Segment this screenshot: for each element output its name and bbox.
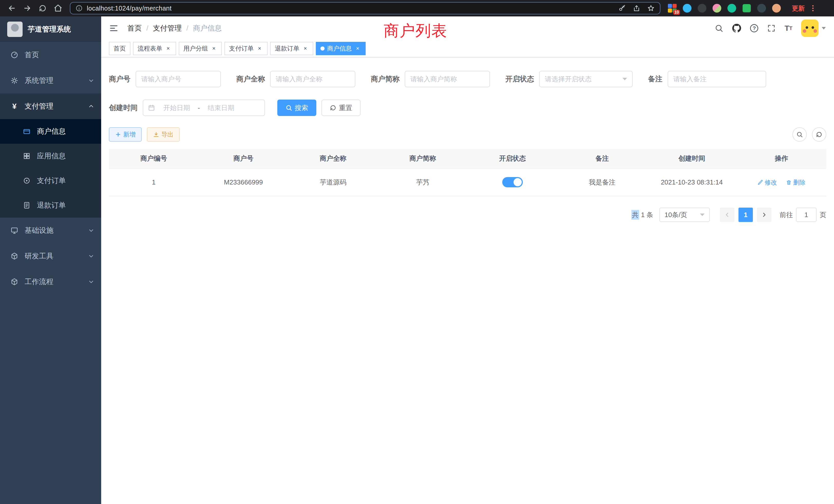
tab-home[interactable]: 首页 — [109, 42, 130, 55]
extension-grid-icon[interactable]: 10 — [667, 4, 677, 13]
merchant-name-input[interactable] — [270, 71, 355, 87]
tab-close-icon[interactable]: × — [256, 45, 263, 52]
column-header-merchant-no: 商户号 — [198, 149, 288, 168]
filter-create-time: 创建时间 - — [109, 99, 265, 116]
status-select[interactable]: 请选择开启状态 — [539, 71, 633, 87]
url-text: localhost:1024/pay/merchant — [87, 5, 172, 12]
merchant-no-input[interactable] — [136, 71, 221, 87]
sidebar-item-workflow[interactable]: 工作流程 — [0, 269, 101, 295]
tab-close-icon[interactable]: × — [354, 45, 361, 52]
sidebar-item-merchant-info[interactable]: 商户信息 — [0, 119, 101, 144]
tab-merchant-info[interactable]: 商户信息× — [316, 42, 366, 55]
sidebar-menu: 首页 系统管理 ¥ 支付管理 商户信息 应用信息 — [0, 42, 101, 504]
browser-chrome: localhost:1024/pay/merchant 10 更新 — [0, 0, 834, 17]
share-icon[interactable] — [633, 4, 640, 12]
sidebar-item-pay-order[interactable]: 支付订单 — [0, 168, 101, 193]
filter-merchant-no: 商户号 — [109, 71, 221, 87]
filter-remark: 备注 — [648, 71, 766, 87]
merchant-short-name-input[interactable] — [405, 71, 490, 87]
tab-refund-order[interactable]: 退款订单× — [270, 42, 313, 55]
remark-input[interactable] — [667, 71, 766, 87]
sidebar-item-payment[interactable]: ¥ 支付管理 — [0, 93, 101, 119]
tab-close-icon[interactable]: × — [211, 45, 217, 52]
box-icon — [10, 252, 19, 260]
delete-link[interactable]: 删除 — [786, 178, 806, 187]
help-icon[interactable]: ? — [750, 24, 758, 32]
header-tools: ? TT — [706, 20, 826, 37]
select-caret-icon — [700, 213, 705, 216]
reset-button[interactable]: 重置 — [322, 99, 360, 116]
breadcrumb-payment[interactable]: 支付管理 — [153, 23, 182, 33]
edit-link[interactable]: 修改 — [758, 178, 777, 187]
breadcrumb-separator: / — [186, 24, 189, 32]
extension-avatar-icon[interactable] — [712, 4, 722, 13]
sidebar-item-home[interactable]: 首页 — [0, 42, 101, 68]
prev-page-button[interactable] — [720, 208, 734, 222]
status-toggle[interactable] — [502, 177, 523, 187]
start-date-input[interactable] — [158, 104, 196, 112]
export-button[interactable]: 导出 — [147, 127, 180, 142]
chevron-down-icon — [88, 279, 94, 284]
page-content: 商户号 商户全称 商户简称 开启状态 请选择开启状态 备注 — [101, 58, 834, 222]
filter-merchant-short-name: 商户简称 — [371, 71, 490, 87]
date-range-picker[interactable]: - — [143, 99, 265, 116]
tab-user-group[interactable]: 用户分组× — [179, 42, 222, 55]
next-page-button[interactable] — [757, 208, 771, 222]
goto-page-input[interactable] — [796, 208, 816, 222]
sidebar-item-infrastructure[interactable]: 基础设施 — [0, 217, 101, 243]
chevron-down-icon — [88, 228, 94, 233]
extension-orange-icon[interactable] — [772, 4, 781, 13]
breadcrumb-separator: / — [146, 24, 148, 32]
address-bar[interactable]: localhost:1024/pay/merchant — [70, 2, 660, 14]
hamburger-icon[interactable] — [109, 23, 118, 33]
add-button[interactable]: 新增 — [109, 127, 142, 142]
refresh-table-icon[interactable] — [812, 127, 826, 142]
browser-menu-icon[interactable] — [809, 4, 817, 12]
sidebar-item-dev-tools[interactable]: 研发工具 — [0, 243, 101, 269]
browser-home-icon[interactable] — [51, 2, 65, 15]
browser-refresh-icon[interactable] — [36, 2, 49, 15]
browser-update-button[interactable]: 更新 — [789, 3, 808, 14]
cell-remark: 我是备注 — [557, 168, 647, 196]
tab-close-icon[interactable]: × — [302, 45, 309, 52]
app-frame: 芋道管理系统 首页 系统管理 ¥ 支付管理 商户信息 — [0, 17, 834, 504]
toggle-search-icon[interactable] — [792, 127, 807, 142]
calendar-icon — [148, 104, 155, 111]
date-separator: - — [198, 104, 200, 112]
browser-back-icon[interactable] — [5, 2, 19, 15]
extension-pin-icon[interactable] — [757, 4, 766, 13]
github-icon[interactable] — [732, 24, 741, 33]
chevron-down-icon — [88, 253, 94, 259]
browser-forward-icon[interactable] — [21, 2, 34, 15]
sidebar-item-system[interactable]: 系统管理 — [0, 68, 101, 93]
header-search-icon[interactable] — [715, 24, 723, 32]
bookmark-star-icon[interactable] — [647, 4, 655, 12]
column-header-full-name: 商户全称 — [288, 149, 378, 168]
end-date-input[interactable] — [202, 104, 240, 112]
password-key-icon[interactable] — [618, 4, 626, 12]
table-toolbar: 新增 导出 — [109, 127, 826, 142]
document-icon — [22, 202, 31, 209]
tab-close-icon[interactable]: × — [165, 45, 172, 52]
font-size-icon[interactable]: TT — [785, 24, 792, 32]
search-button[interactable]: 搜索 — [277, 99, 316, 116]
fullscreen-icon[interactable] — [767, 24, 776, 32]
tab-pay-order[interactable]: 支付订单× — [224, 42, 267, 55]
extension-green-circle-icon[interactable] — [727, 4, 737, 13]
breadcrumb: 首页 / 支付管理 / 商户信息 — [127, 23, 222, 33]
filter-row-1: 商户号 商户全称 商户简称 开启状态 请选择开启状态 备注 — [109, 71, 826, 87]
breadcrumb-home[interactable]: 首页 — [127, 23, 142, 33]
tab-process-form[interactable]: 流程表单× — [133, 42, 176, 55]
extension-drop-icon[interactable] — [682, 4, 692, 13]
sidebar-item-refund-order[interactable]: 退款订单 — [0, 193, 101, 217]
sidebar-item-app-info[interactable]: 应用信息 — [0, 144, 101, 168]
user-avatar[interactable] — [801, 20, 826, 37]
extension-green-square-icon[interactable] — [742, 4, 751, 13]
site-info-icon[interactable] — [75, 5, 83, 12]
page-size-select[interactable]: 10条/页 — [659, 208, 710, 222]
page-1-button[interactable]: 1 — [739, 208, 753, 222]
tabs-bar: 首页 流程表单× 用户分组× 支付订单× 退款订单× 商户信息× — [101, 40, 834, 58]
table-tools — [787, 127, 826, 142]
cell-create-time: 2021-10-23 08:31:14 — [647, 168, 737, 196]
extension-dark-icon[interactable] — [697, 4, 707, 13]
